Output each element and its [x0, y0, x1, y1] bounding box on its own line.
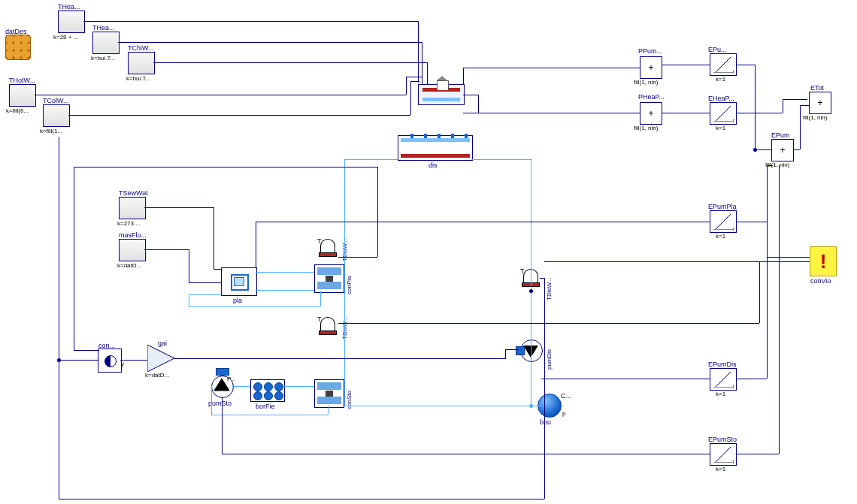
pla-label: pla — [233, 297, 242, 304]
EHeaP-sub: k=1 — [716, 125, 725, 131]
ETot-sub: fill(1, nin) — [803, 114, 827, 121]
TSewWat-sub: k=273.... — [117, 220, 141, 227]
conPla-block[interactable] — [314, 264, 344, 293]
conSto-label: conSto — [346, 391, 353, 409]
THea2-sub: k=bui.T... — [91, 55, 115, 62]
TSewWat-block[interactable] — [119, 197, 146, 219]
masFlo-label: masFlo... — [119, 231, 147, 239]
EPumDis-sub: k=1 — [716, 391, 725, 397]
EPumPla-sub: k=1 — [716, 233, 725, 240]
TDisW-sensor-pla-sup[interactable] — [316, 237, 338, 260]
THea2-label: THea... — [92, 24, 115, 32]
EPumDis-int[interactable]: r — [710, 368, 737, 391]
gai-label: gai — [158, 340, 167, 347]
EPumTop-int[interactable]: r — [710, 53, 737, 76]
conPla-label: conPla — [346, 276, 353, 294]
TColW-sub: k=fill(1... — [40, 128, 62, 134]
bui-block[interactable] — [418, 84, 465, 105]
EPumSto-label: EPumSto — [708, 436, 737, 443]
THea1-block[interactable] — [58, 11, 85, 33]
PHeaP-sub: fill(1, nin) — [634, 125, 658, 131]
THea1-label: THea... — [58, 3, 80, 11]
TColW-label: TColW... — [43, 97, 69, 104]
PPum-sub: fill(1, nin) — [634, 79, 658, 86]
EPumPla-int[interactable]: r — [710, 210, 737, 233]
EPum-label: EPum — [771, 131, 790, 139]
conSto-block[interactable] — [314, 379, 344, 408]
ETot-sum[interactable]: + — [809, 92, 831, 114]
EPumSto-int[interactable]: r — [710, 443, 737, 466]
dis-block[interactable] — [398, 135, 473, 161]
ETot-label: ETot — [810, 84, 824, 92]
TSewWat-label: TSewWat — [119, 189, 148, 197]
PHeaP-label: PHeaP... — [638, 93, 665, 101]
EPumDis-label: EPumDis — [708, 361, 737, 368]
conVio-block[interactable]: ! — [810, 246, 837, 276]
TChiW-block[interactable] — [128, 52, 155, 74]
TDisW-right-label: TDisW... — [546, 278, 553, 300]
EPumTop-label: EPu... — [708, 46, 727, 53]
EHeaP-int[interactable]: r — [710, 102, 737, 125]
svg-marker-0 — [147, 345, 174, 372]
pla-block[interactable] — [221, 267, 257, 296]
TChiW-sub: k=bui.T... — [126, 75, 150, 82]
THotW-label: THotW... — [9, 77, 35, 84]
TDisW-sensor-pla-ret[interactable] — [316, 315, 338, 338]
borFie-block[interactable] — [250, 379, 285, 402]
conVio-label: conVio — [810, 277, 831, 285]
masFlo-sub: k=datD... — [117, 262, 141, 269]
con-label: con... — [98, 342, 115, 349]
THea2-block[interactable] — [92, 32, 120, 54]
con-block[interactable] — [98, 349, 122, 373]
THotW-sub: k=fill(6... — [6, 107, 29, 114]
EPumSto-sub: k=1 — [716, 466, 725, 472]
TDisW-sensor-right[interactable] — [519, 267, 541, 290]
gai-sub: k=datD... — [145, 372, 169, 379]
PPum-label: PPum... — [638, 47, 662, 55]
masFlo-block[interactable] — [119, 239, 146, 261]
EPumPla-label: EPumPla — [708, 203, 737, 210]
bou-label: bou — [540, 418, 551, 426]
PPum-sum[interactable]: + — [640, 56, 662, 79]
datdes-block[interactable] — [5, 35, 31, 60]
THea1-sub: k=28 + ... — [53, 34, 78, 41]
pumDis-label: pumDis — [546, 349, 553, 370]
EPumTop-sub: k=1 — [716, 76, 725, 83]
dis-label: dis — [428, 161, 438, 169]
datdes-label: datDes — [5, 28, 27, 35]
THotW-block[interactable] — [9, 84, 36, 107]
EHeaP-label: EHeaP... — [708, 95, 734, 102]
TChiW-label: TChiW... — [128, 44, 154, 52]
borFie-label: borFie — [256, 403, 275, 410]
PHeaP-sum[interactable]: + — [640, 102, 662, 125]
modelica-diagram: datDes THea... k=28 + ... THea... k=bui.… — [0, 0, 857, 504]
EPum-sum[interactable]: + — [771, 139, 794, 161]
TColW-block[interactable] — [43, 104, 70, 127]
